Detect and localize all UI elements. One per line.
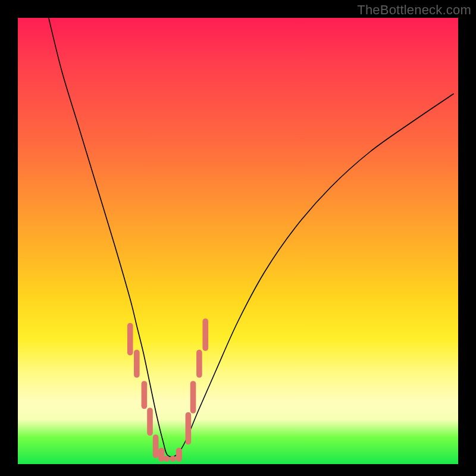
watermark-text: TheBottleneck.com: [357, 2, 471, 18]
bottleneck-curve-path: [49, 18, 454, 457]
highlight-dashes-group: [130, 321, 206, 459]
chart-svg: [0, 0, 476, 476]
chart-stage: TheBottleneck.com: [0, 0, 476, 476]
